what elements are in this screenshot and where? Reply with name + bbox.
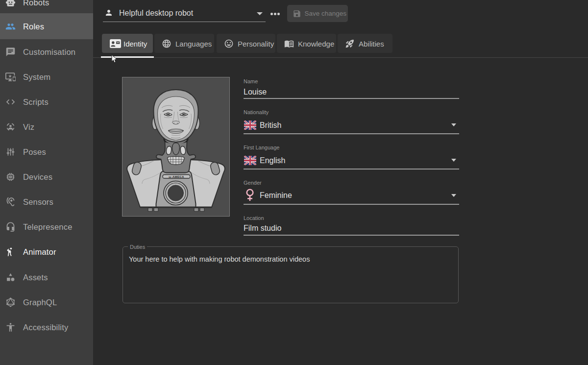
- svg-text:ω AMECA: ω AMECA: [169, 175, 184, 178]
